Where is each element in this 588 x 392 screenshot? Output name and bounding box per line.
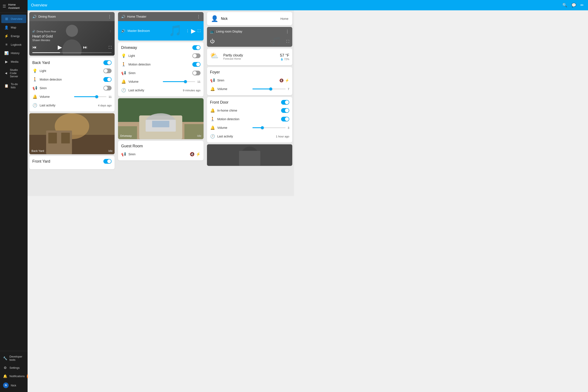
home-theater-card: 🔊 Home Theater ⋮ 🔊 Master Bedroom 🎵 ⋮ ▶ … — [118, 12, 203, 40]
driveway-siren-row: 📢 Siren — [121, 70, 200, 76]
guest-mute-icon[interactable]: 🔇 — [190, 152, 194, 156]
column-3: 👤 Nick Home 📺 Living room Display ⋮ ⏻ 🎵 … — [205, 10, 294, 196]
next-button[interactable]: ⏭ — [83, 45, 88, 50]
living-room-more-icon[interactable]: ⋮ — [286, 29, 289, 34]
front-yard-header: Front Yard — [32, 159, 112, 164]
sidebar-item-map[interactable]: 👤 Map — [1, 23, 26, 32]
front-door-volume-icon: 🔔 — [210, 125, 215, 130]
home-theater-more-icon[interactable]: ⋮ — [197, 14, 200, 19]
driveway-toggle[interactable] — [192, 45, 200, 50]
foyer-volume-slider[interactable] — [252, 88, 286, 90]
living-room-title: Living room Display — [216, 30, 242, 33]
svg-rect-13 — [152, 121, 169, 127]
back-yard-activity-value: 4 days ago — [98, 104, 112, 107]
column-1: 🔊 Dining Room ⋮ 🔊 — [28, 10, 116, 196]
master-bedroom-more-icon[interactable]: ⋮ — [186, 29, 189, 33]
back-yard-volume-value: 11 — [108, 95, 112, 98]
back-yard-light-label: Light — [40, 69, 101, 72]
living-room-power-icon[interactable]: ⏻ — [210, 38, 215, 44]
back-yard-card: Back Yard 💡 Light 🚶 Motion detection — [29, 57, 114, 112]
foyer-volume-label: Volume — [217, 87, 250, 91]
sidebar-item-history[interactable]: 📊 History — [1, 49, 26, 57]
front-door-toggle[interactable] — [281, 100, 289, 105]
living-room-media: ⏻ 🎵 ⛶ — [207, 36, 292, 47]
master-bedroom-play-button[interactable]: ▶ — [191, 27, 196, 34]
driveway-motion-toggle[interactable] — [192, 62, 200, 67]
front-door-rows: 🔔 In-home chime 🚶 Motion detection 🔔 Vol… — [210, 107, 289, 140]
sidebar-item-todo[interactable]: 📋 To-do lists — [1, 80, 26, 91]
driveway-rows: 💡 Light 🚶 Motion detection 📢 Siren — [121, 52, 200, 94]
front-door-volume-slider[interactable] — [252, 127, 286, 128]
page-title: Overview — [31, 3, 294, 8]
volume-icon: 🔔 — [32, 94, 38, 99]
weather-icon: ⛅ — [210, 52, 218, 60]
back-yard-siren-label: Siren — [40, 86, 101, 90]
driveway-cam-svg — [118, 98, 203, 139]
back-yard-siren-row: 📢 Siren — [32, 85, 112, 91]
driveway-light-toggle[interactable] — [192, 54, 200, 58]
driveway-cam-status: Idle — [197, 134, 201, 138]
column-2: 🔊 Home Theater ⋮ 🔊 Master Bedroom 🎵 ⋮ ▶ … — [116, 10, 205, 196]
foyer-mute-icon[interactable]: 🔇 — [279, 78, 284, 82]
front-door-chime-toggle[interactable] — [281, 108, 289, 113]
driveway-siren-toggle[interactable] — [192, 71, 200, 76]
user-card-avatar-icon: 👤 — [211, 15, 218, 22]
prev-button[interactable]: ⏮ — [32, 45, 36, 50]
foyer-slider-track — [252, 88, 286, 90]
weather-description: Partly cloudy — [223, 54, 278, 57]
overview-icon: ⊞ — [4, 17, 8, 21]
media-more-icon[interactable]: ⋮ — [109, 30, 112, 33]
sidebar-item-media[interactable]: ▶ Media — [1, 58, 26, 66]
music-note-icon: 🎵 — [169, 24, 182, 37]
front-door-volume-label: Volume — [217, 126, 250, 130]
fullscreen-icon[interactable]: ⛶ — [108, 46, 112, 49]
dining-room-more-icon[interactable]: ⋮ — [108, 14, 112, 19]
dining-room-media: 🔊 Dining Room Rear ⋮ Heart of Gold Shawn… — [29, 21, 114, 56]
play-button[interactable]: ▶ — [58, 44, 62, 50]
guest-room-header: Guest Room — [121, 144, 200, 148]
driveway-siren-icon: 📢 — [121, 71, 126, 76]
foyer-alarm-icon[interactable]: ⚡ — [285, 78, 289, 82]
menu-icon[interactable]: ☰ — [2, 4, 6, 8]
master-bedroom-title: Master Bedroom — [128, 29, 150, 32]
weather-card: ⛅ Partly cloudy Forecast Home 57 °F 💧 72… — [207, 48, 292, 65]
sidebar-item-overview[interactable]: ⊞ Overview — [1, 15, 26, 23]
svg-rect-6 — [48, 133, 57, 144]
back-yard-activity-label: Last activity — [40, 104, 96, 107]
front-yard-toggle[interactable] — [104, 159, 112, 164]
svg-rect-7 — [61, 133, 70, 144]
media-progress-bar[interactable] — [32, 52, 112, 53]
front-door-motion-toggle[interactable] — [281, 117, 289, 122]
living-room-fullscreen-icon[interactable]: ⛶ — [286, 40, 289, 43]
front-yard-card: Front Yard — [29, 156, 114, 169]
back-yard-siren-toggle[interactable] — [104, 86, 112, 90]
back-yard-motion-toggle-thumb — [107, 78, 111, 82]
home-theater-title: Home Theater — [127, 15, 146, 18]
sidebar-item-energy[interactable]: ⚡ Energy — [1, 32, 26, 40]
user-name: Nick — [221, 17, 278, 21]
front-door-motion-label: Motion detection — [217, 118, 279, 121]
driveway-card: Driveway 💡 Light 🚶 Motion detection — [118, 42, 203, 96]
master-bedroom-fullscreen-icon[interactable]: ⛶ — [198, 29, 200, 32]
back-yard-motion-label: Motion detection — [40, 78, 101, 81]
back-yard-rows: 💡 Light 🚶 Motion detection 📢 Siren — [32, 68, 112, 108]
back-yard-light-row: 💡 Light — [32, 68, 112, 74]
back-yard-slider-track — [74, 96, 106, 97]
sidebar-item-studio[interactable]: ◄ Studio Code Server — [1, 66, 26, 80]
driveway-siren-label: Siren — [128, 71, 190, 75]
back-yard-light-toggle[interactable] — [104, 68, 112, 73]
driveway-volume-slider[interactable] — [163, 81, 195, 82]
foyer-card: Foyer 📢 Siren 🔇 ⚡ 🔔 Volume — [207, 67, 292, 95]
back-yard-volume-slider[interactable] — [74, 96, 106, 97]
sidebar-item-logbook[interactable]: ≡ Logbook — [1, 40, 26, 49]
weather-location: Forecast Home — [223, 57, 278, 60]
dining-room-card: 🔊 Dining Room ⋮ 🔊 — [29, 12, 114, 56]
guest-alarm-icon[interactable]: ⚡ — [196, 152, 200, 156]
col3-camera-card — [207, 144, 292, 166]
driveway-motion-row: 🚶 Motion detection — [121, 61, 200, 68]
front-yard-name: Front Yard — [32, 159, 50, 164]
backyard-camera-feed — [29, 113, 114, 154]
back-yard-motion-toggle[interactable] — [104, 77, 112, 82]
back-yard-toggle[interactable] — [104, 60, 112, 65]
driveway-volume-row: 🔔 Volume 11 — [121, 78, 200, 85]
